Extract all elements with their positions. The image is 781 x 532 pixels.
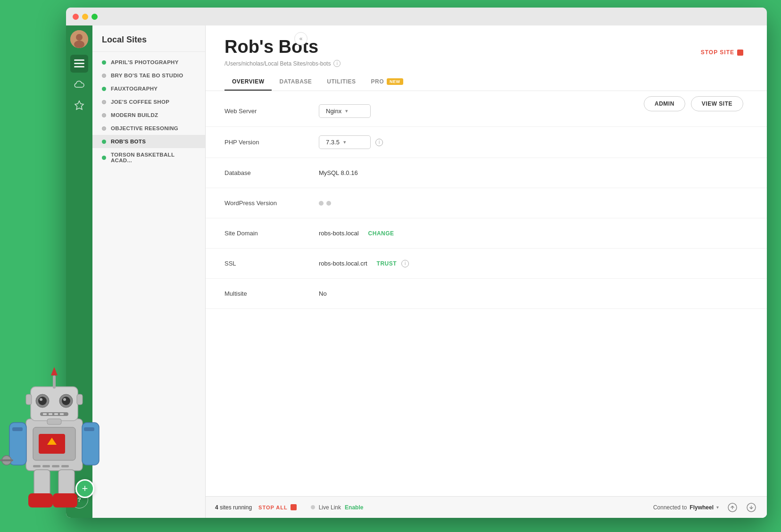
nav-icon-sites[interactable] [70,55,88,73]
download-icon[interactable] [745,501,757,514]
site-name: ROB'S BOTS [111,139,146,144]
svg-rect-39 [43,413,47,415]
field-label-ssl: SSL [224,260,319,267]
site-item-fauxtography[interactable]: FAUXTOGRAPHY [92,82,205,95]
site-status-dot [102,87,106,91]
connected-chevron-icon[interactable]: ▾ [716,505,719,510]
site-status-dot [102,74,106,78]
site-item-torson[interactable]: TORSON BASKETBALL ACAD... [92,148,205,167]
tab-overview[interactable]: OVERVIEW [224,75,272,91]
field-value-php: 7.3.5 ▾ i [319,135,383,149]
overview-content: Web Server Nginx ▾ PHP Version 7.3.5 [206,91,767,496]
field-label-multisite: Multisite [224,290,319,297]
site-status-dot [102,100,106,104]
svg-rect-31 [0,459,13,461]
svg-point-30 [2,456,11,465]
field-row-wp-version: WordPress Version [206,188,767,218]
php-version-dropdown[interactable]: 7.3.5 ▾ [319,135,371,149]
field-row-multisite: Multisite No [206,279,767,309]
add-icon: + [82,482,88,495]
collapse-sidebar-button[interactable]: « [294,32,307,45]
site-path: /Users/nicholas/Local Beta Sites/robs-bo… [224,60,748,67]
field-label-wp-version: WordPress Version [224,200,319,207]
minimize-button[interactable] [82,14,88,20]
bottom-icons [726,501,757,514]
tab-utilities[interactable]: UTILITIES [319,75,363,91]
site-item-aprils-photography[interactable]: APRIL'S PHOTOGRAPHY [92,56,205,69]
field-row-site-domain: Site Domain robs-bots.local CHANGE [206,218,767,249]
app-body: ? Local Sites APRIL'S PHOTOGRAPHY BRY BO… [66,25,767,518]
site-item-bry-bos[interactable]: BRY BO'S TAE BO STUDIO [92,69,205,82]
site-status-dot [102,60,106,65]
stop-all-label: STOP ALL [258,505,288,510]
path-info-icon[interactable]: i [333,60,341,67]
site-name: JOE'S COFFEE SHOP [111,99,169,105]
field-label-site-domain: Site Domain [224,230,319,237]
svg-rect-32 [34,470,50,496]
field-value-wp-version [319,201,331,206]
web-server-dropdown[interactable]: Nginx ▾ [319,104,371,118]
svg-point-1 [76,34,83,41]
avatar[interactable] [70,30,88,48]
sites-sidebar: Local Sites APRIL'S PHOTOGRAPHY BRY BO'S… [92,25,206,518]
site-name: TORSON BASKETBALL ACAD... [111,152,196,163]
svg-rect-25 [47,419,61,424]
collapse-icon: « [299,35,303,42]
connected-to-label: Connected to [653,504,687,511]
site-item-joes-coffee[interactable]: JOE'S COFFEE SHOP [92,95,205,108]
title-bar [66,8,767,25]
trust-ssl-link[interactable]: TRUST [377,260,397,267]
site-name: BRY BO'S TAE BO STUDIO [111,73,183,78]
svg-rect-23 [53,375,56,389]
svg-rect-26 [9,423,26,465]
nav-icon-cloud[interactable] [70,75,88,93]
nav-icon-plugins[interactable] [70,96,88,114]
field-value-web-server: Nginx ▾ [319,104,371,118]
svg-rect-27 [12,427,23,431]
php-info-icon[interactable]: i [375,139,383,146]
upload-icon[interactable] [726,501,739,514]
action-buttons: ADMIN VIEW SITE [644,96,743,111]
field-row-database: Database MySQL 8.0.16 [206,158,767,188]
add-site-button[interactable]: + [75,479,94,498]
field-row-php: PHP Version 7.3.5 ▾ i [206,127,767,158]
svg-marker-24 [51,367,58,375]
view-site-button[interactable]: VIEW SITE [691,96,743,111]
sites-running-text: sites running [220,504,252,511]
close-button[interactable] [73,14,79,20]
stop-site-button[interactable]: STOP SITE [701,49,743,56]
field-value-database: MySQL 8.0.16 [319,169,358,176]
sites-running-info: 4 sites running [215,504,252,511]
change-domain-link[interactable]: CHANGE [368,230,394,237]
site-status-dot [102,113,106,117]
live-enable-link[interactable]: Enable [345,504,363,511]
admin-button[interactable]: ADMIN [644,96,685,111]
site-item-objective[interactable]: OBJECTIVE REESONING [92,122,205,135]
ssl-cert-value: robs-bots.local.crt [319,260,367,267]
chevron-down-icon: ▾ [343,139,346,145]
svg-rect-5 [74,66,84,67]
tab-database[interactable]: DATABASE [272,75,319,91]
main-content: STOP SITE ADMIN VIEW SITE Rob's Bots /Us… [206,25,767,518]
maximize-button[interactable] [91,14,98,20]
flywheel-name: Flywheel [690,504,714,511]
site-name: FAUXTOGRAPHY [111,86,158,91]
site-item-robs-bots[interactable]: ROB'S BOTS [92,135,205,148]
connected-to-section: Connected to Flywheel ▾ [653,504,719,511]
field-label-database: Database [224,169,319,176]
wp-dot-2 [326,201,331,206]
live-link-section: Live Link Enable [311,504,653,511]
tab-pro[interactable]: PRO NEW [364,75,411,91]
stop-all-button[interactable]: STOP ALL [258,504,297,510]
site-item-modern-buildz[interactable]: MODERN BUILDZ [92,108,205,122]
svg-rect-4 [74,63,84,64]
site-name: OBJECTIVE REESONING [111,125,178,131]
svg-point-17 [36,394,49,407]
ssl-info-icon[interactable]: i [401,260,409,267]
main-header: Rob's Bots /Users/nicholas/Local Beta Si… [206,25,767,91]
site-status-dot [102,126,106,131]
svg-rect-38 [40,412,68,416]
field-label-php: PHP Version [224,139,319,146]
field-label-web-server: Web Server [224,108,319,115]
database-value: MySQL 8.0.16 [319,169,358,176]
